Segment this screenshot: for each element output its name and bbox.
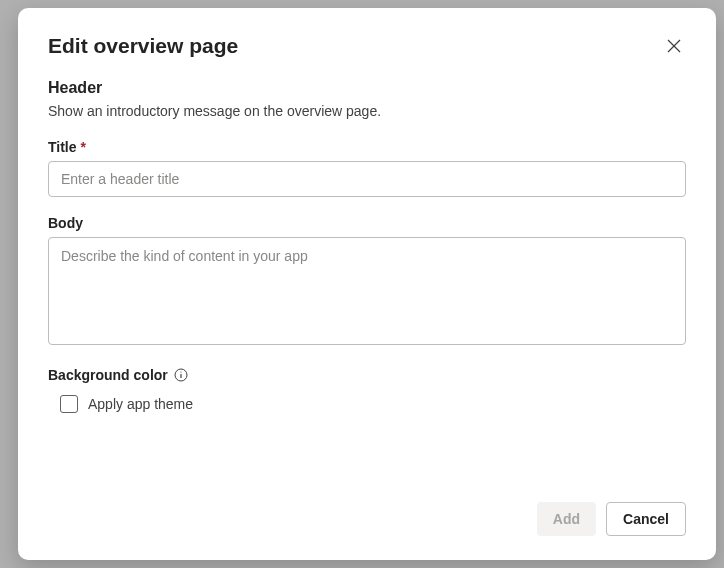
svg-point-4 bbox=[180, 371, 181, 372]
dialog-title: Edit overview page bbox=[48, 34, 238, 58]
background-color-section: Background color Apply app theme bbox=[48, 367, 686, 413]
header-section: Header Show an introductory message on t… bbox=[48, 79, 686, 139]
body-field: Body bbox=[48, 215, 686, 349]
title-input[interactable] bbox=[48, 161, 686, 197]
required-indicator: * bbox=[81, 139, 86, 155]
body-label: Body bbox=[48, 215, 686, 231]
title-label: Title * bbox=[48, 139, 686, 155]
close-button[interactable] bbox=[662, 34, 686, 61]
dialog-footer: Add Cancel bbox=[48, 482, 686, 536]
close-icon bbox=[666, 38, 682, 57]
edit-overview-dialog: Edit overview page Header Show an introd… bbox=[18, 8, 716, 560]
dialog-header: Edit overview page bbox=[48, 34, 686, 61]
add-button[interactable]: Add bbox=[537, 502, 596, 536]
apply-theme-row: Apply app theme bbox=[60, 395, 686, 413]
background-color-label-row: Background color bbox=[48, 367, 686, 383]
background-color-label: Background color bbox=[48, 367, 168, 383]
header-section-title: Header bbox=[48, 79, 686, 97]
cancel-button[interactable]: Cancel bbox=[606, 502, 686, 536]
body-textarea[interactable] bbox=[48, 237, 686, 345]
header-section-description: Show an introductory message on the over… bbox=[48, 103, 686, 119]
apply-theme-checkbox[interactable] bbox=[60, 395, 78, 413]
apply-theme-label: Apply app theme bbox=[88, 396, 193, 412]
info-icon[interactable] bbox=[174, 368, 188, 382]
title-field: Title * bbox=[48, 139, 686, 197]
